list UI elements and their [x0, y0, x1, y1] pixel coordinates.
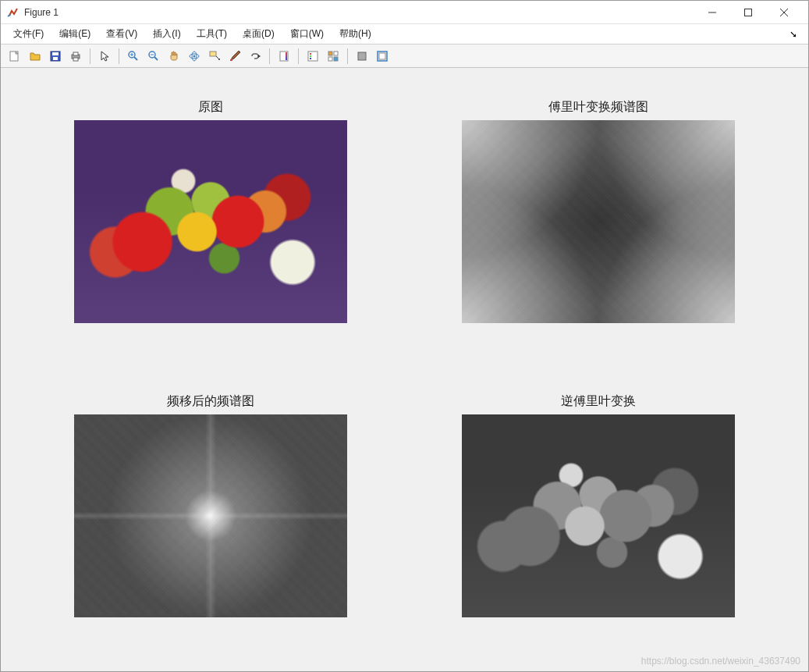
window-title: Figure 1 — [24, 7, 694, 18]
subplot-4-title: 逆傅里叶变换 — [561, 393, 636, 410]
svg-rect-7 — [52, 52, 59, 55]
save-icon[interactable] — [46, 47, 65, 66]
subplot-4-image — [462, 414, 735, 617]
zoom-in-icon[interactable] — [124, 47, 143, 66]
link-data-icon[interactable] — [246, 47, 264, 66]
insert-legend-icon[interactable] — [303, 47, 322, 66]
svg-rect-22 — [210, 52, 216, 56]
menu-file[interactable]: 文件(F) — [5, 24, 51, 44]
svg-rect-1 — [745, 9, 752, 16]
subplot-1: 原图 — [48, 99, 374, 347]
svg-rect-35 — [328, 57, 332, 61]
svg-rect-37 — [358, 52, 366, 60]
hide-plot-tools-icon[interactable] — [353, 47, 371, 66]
svg-rect-29 — [308, 52, 318, 61]
subplot-3: 频移后的频谱图 — [48, 393, 374, 641]
open-file-icon[interactable] — [26, 47, 44, 66]
toolbar-separator — [269, 48, 270, 64]
menu-help[interactable]: 帮助(H) — [332, 24, 379, 44]
svg-rect-34 — [334, 52, 338, 55]
toolbar-separator — [298, 48, 299, 64]
titlebar: Figure 1 — [1, 1, 808, 24]
insert-colorbar-icon[interactable] — [275, 47, 293, 66]
subplot-3-image — [74, 414, 347, 617]
show-plot-tools-icon[interactable] — [373, 47, 392, 66]
brush-icon[interactable] — [225, 47, 244, 66]
menu-view[interactable]: 查看(V) — [98, 24, 145, 44]
pointer-icon[interactable] — [95, 47, 114, 66]
subplot-2: 傅里叶变换频谱图 — [436, 99, 762, 347]
menu-edit[interactable]: 编辑(E) — [51, 24, 98, 44]
rotate-3d-icon[interactable] — [185, 47, 204, 66]
minimize-button[interactable] — [694, 1, 730, 24]
svg-rect-8 — [53, 57, 58, 60]
subplot-2-image — [462, 120, 735, 323]
svg-rect-33 — [328, 52, 332, 55]
toolbar-separator — [347, 48, 348, 64]
menu-overflow-icon[interactable]: ➘ — [783, 29, 804, 40]
menu-insert[interactable]: 插入(I) — [145, 24, 188, 44]
plot-tools-icon[interactable] — [324, 47, 342, 66]
print-icon[interactable] — [66, 47, 85, 66]
watermark: https://blog.csdn.net/weixin_43637490 — [641, 656, 800, 667]
menu-window[interactable]: 窗口(W) — [282, 24, 332, 44]
subplot-2-title: 傅里叶变换频谱图 — [548, 99, 648, 116]
window-controls — [694, 1, 802, 24]
subplot-1-image — [74, 120, 347, 323]
toolbar — [1, 44, 808, 68]
svg-rect-36 — [334, 57, 338, 61]
matlab-icon — [7, 6, 20, 19]
subplot-3-title: 频移后的频谱图 — [167, 393, 254, 410]
menubar: 文件(F) 编辑(E) 查看(V) 插入(I) 工具(T) 桌面(D) 窗口(W… — [1, 24, 808, 44]
zoom-out-icon[interactable] — [144, 47, 163, 66]
svg-rect-39 — [379, 53, 385, 59]
subplot-1-title: 原图 — [198, 99, 223, 116]
pan-icon[interactable] — [165, 47, 183, 66]
figure-canvas: 原图 傅里叶变换频谱图 频移后的频谱图 逆傅里叶变换 https://blog.… — [1, 68, 808, 671]
subplot-4: 逆傅里叶变换 — [436, 393, 762, 641]
close-button[interactable] — [766, 1, 802, 24]
menu-desktop[interactable]: 桌面(D) — [235, 24, 282, 44]
svg-line-17 — [154, 57, 158, 60]
toolbar-separator — [119, 48, 119, 64]
menu-tools[interactable]: 工具(T) — [189, 24, 235, 44]
svg-line-13 — [134, 57, 137, 60]
data-cursor-icon[interactable] — [205, 47, 224, 66]
svg-rect-25 — [230, 59, 232, 61]
svg-rect-28 — [286, 52, 287, 60]
svg-marker-26 — [258, 55, 261, 58]
new-figure-icon[interactable] — [5, 47, 24, 66]
svg-point-24 — [218, 59, 220, 60]
svg-rect-10 — [73, 52, 78, 55]
maximize-button[interactable] — [730, 1, 766, 24]
svg-point-21 — [193, 55, 196, 57]
toolbar-separator — [90, 48, 90, 64]
svg-rect-11 — [73, 58, 78, 61]
